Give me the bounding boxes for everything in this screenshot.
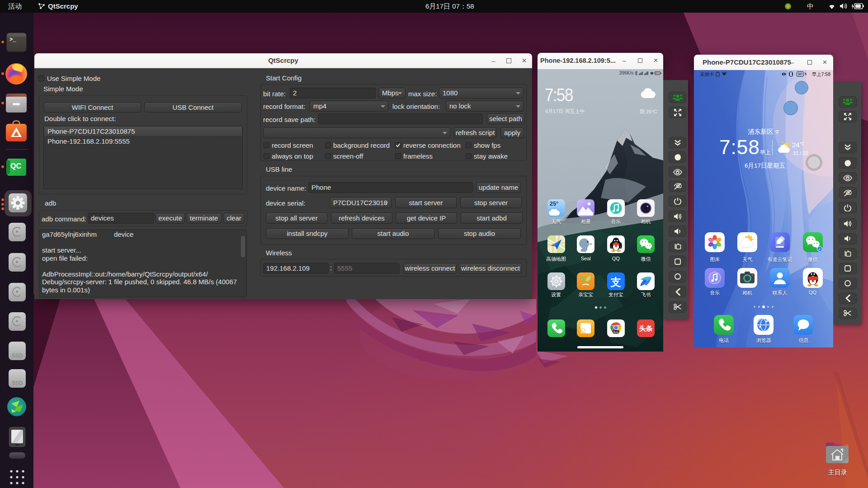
svg-text:Beta: Beta: [613, 331, 619, 333]
svg-text:10: 10: [657, 72, 660, 75]
svg-text:10: 10: [646, 71, 649, 74]
